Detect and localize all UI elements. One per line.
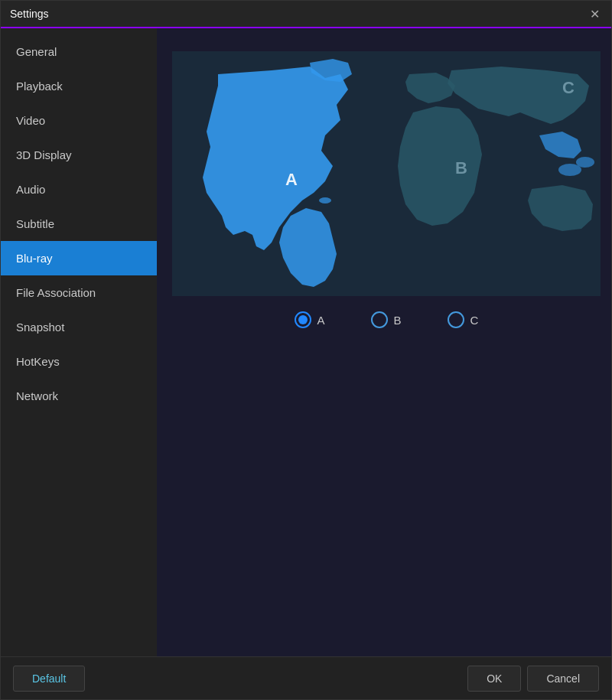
default-button[interactable]: Default — [13, 666, 85, 692]
svg-text:C: C — [562, 78, 575, 97]
radio-option-a[interactable]: A — [295, 311, 325, 328]
sidebar-item-playback[interactable]: Playback — [1, 69, 157, 103]
sidebar-item-audio[interactable]: Audio — [1, 172, 157, 207]
ok-button[interactable]: OK — [467, 666, 521, 692]
sidebar-item-3d-display[interactable]: 3D Display — [1, 138, 157, 172]
sidebar-item-file-association[interactable]: File Association — [1, 275, 157, 310]
radio-label-a: A — [317, 314, 325, 327]
content-area: General Playback Video 3D Display Audio … — [1, 28, 611, 656]
radio-label-b: B — [394, 314, 402, 327]
sidebar-item-snapshot[interactable]: Snapshot — [1, 310, 157, 344]
svg-text:B: B — [455, 158, 467, 177]
footer-right: OK Cancel — [467, 666, 599, 692]
radio-option-b[interactable]: B — [371, 311, 402, 328]
radio-circle-c[interactable] — [448, 311, 464, 328]
footer: Default OK Cancel — [1, 656, 611, 699]
close-button[interactable]: ✕ — [587, 6, 602, 21]
cancel-button[interactable]: Cancel — [527, 666, 599, 692]
svg-point-3 — [576, 157, 594, 168]
sidebar-item-network[interactable]: Network — [1, 379, 157, 413]
svg-text:A: A — [285, 170, 298, 189]
radio-label-c: C — [470, 314, 479, 327]
sidebar-item-video[interactable]: Video — [1, 103, 157, 138]
sidebar-item-hotkeys[interactable]: HotKeys — [1, 344, 157, 379]
sidebar: General Playback Video 3D Display Audio … — [1, 28, 157, 656]
radio-option-c[interactable]: C — [448, 311, 479, 328]
sidebar-item-general[interactable]: General — [1, 34, 157, 69]
region-radio-group: A B C — [295, 311, 479, 328]
world-map: A B C — [172, 51, 601, 296]
sidebar-item-subtitle[interactable]: Subtitle — [1, 207, 157, 241]
sidebar-item-blu-ray[interactable]: Blu-ray — [1, 241, 157, 275]
radio-circle-a[interactable] — [295, 311, 311, 328]
settings-window: Settings ✕ General Playback Video 3D Dis… — [0, 0, 612, 700]
svg-point-2 — [558, 164, 581, 176]
svg-point-1 — [319, 197, 331, 203]
window-title: Settings — [10, 8, 49, 20]
main-panel: A B C A B C — [157, 28, 611, 656]
title-bar: Settings ✕ — [1, 1, 611, 28]
radio-circle-b[interactable] — [371, 311, 388, 328]
